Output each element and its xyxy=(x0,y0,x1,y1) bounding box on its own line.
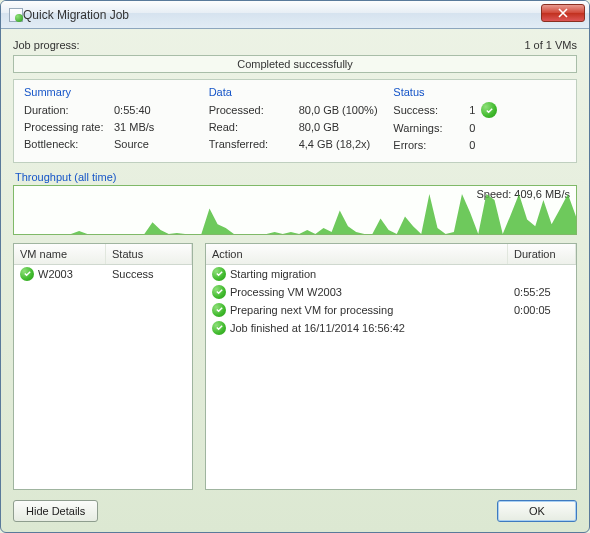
data-panel: Data Processed:80,0 GB (100%) Read:80,0 … xyxy=(209,86,382,154)
data-title: Data xyxy=(209,86,382,98)
processed-value: 80,0 GB (100%) xyxy=(299,102,382,119)
transferred-label: Transferred: xyxy=(209,136,299,153)
vm-status-cell: Success xyxy=(106,266,192,282)
lists-row: VM name Status W2003Success Action Durat… xyxy=(13,243,577,491)
vm-list[interactable]: VM name Status W2003Success xyxy=(13,243,193,491)
throughput-title: Throughput (all time) xyxy=(15,171,577,183)
throughput-sparkline xyxy=(14,194,576,234)
status-panel: Status Success: 1 Warnings: 0 Errors: 0 xyxy=(393,86,566,154)
progress-line: Job progress: 1 of 1 VMs xyxy=(13,39,577,51)
throughput-chart: Speed: 409,6 MB/s xyxy=(13,185,577,235)
summary-panel: Summary Duration:0:55:40 Processing rate… xyxy=(24,86,197,154)
action-cell: Job finished at 16/11/2014 16:56:42 xyxy=(206,319,508,337)
window-title: Quick Migration Job xyxy=(23,8,541,22)
warnings-value: 0 xyxy=(453,120,481,137)
close-icon xyxy=(558,8,568,18)
success-check-icon xyxy=(212,303,226,317)
app-icon xyxy=(9,8,23,22)
table-row[interactable]: Preparing next VM for processing0:00:05 xyxy=(206,301,576,319)
action-cell: Preparing next VM for processing xyxy=(206,301,508,319)
table-row[interactable]: Processing VM W20030:55:25 xyxy=(206,283,576,301)
errors-label: Errors: xyxy=(393,137,453,154)
action-cell: Starting migration xyxy=(206,265,508,283)
footer: Hide Details OK xyxy=(13,490,577,522)
table-row[interactable]: Job finished at 16/11/2014 16:56:42 xyxy=(206,319,576,337)
success-check-icon xyxy=(212,321,226,335)
bottleneck-value: Source xyxy=(114,136,197,153)
success-check-icon xyxy=(212,285,226,299)
errors-value: 0 xyxy=(453,137,481,154)
processed-label: Processed: xyxy=(209,102,299,119)
duration-cell xyxy=(508,326,576,330)
action-col-duration[interactable]: Duration xyxy=(508,244,576,264)
read-value: 80,0 GB xyxy=(299,119,382,136)
bottleneck-label: Bottleneck: xyxy=(24,136,114,153)
success-check-icon xyxy=(20,267,34,281)
progress-label: Job progress: xyxy=(13,39,80,51)
vm-name-cell: W2003 xyxy=(14,265,106,283)
titlebar[interactable]: Quick Migration Job xyxy=(1,1,589,29)
success-value: 1 xyxy=(453,102,481,119)
success-label: Success: xyxy=(393,102,453,119)
summary-title: Summary xyxy=(24,86,197,98)
duration-cell xyxy=(508,272,576,276)
table-row[interactable]: Starting migration xyxy=(206,265,576,283)
ok-button[interactable]: OK xyxy=(497,500,577,522)
close-button[interactable] xyxy=(541,4,585,22)
duration-value: 0:55:40 xyxy=(114,102,197,119)
dialog-window: Quick Migration Job Job progress: 1 of 1… xyxy=(0,0,590,533)
success-check-icon xyxy=(481,102,497,118)
table-row[interactable]: W2003Success xyxy=(14,265,192,283)
hide-details-button[interactable]: Hide Details xyxy=(13,500,98,522)
vm-list-body[interactable]: W2003Success xyxy=(14,265,192,490)
vm-col-name[interactable]: VM name xyxy=(14,244,106,264)
duration-cell: 0:00:05 xyxy=(508,302,576,318)
progress-count: 1 of 1 VMs xyxy=(524,39,577,51)
rate-label: Processing rate: xyxy=(24,119,114,136)
action-col-action[interactable]: Action xyxy=(206,244,508,264)
success-check-icon xyxy=(212,267,226,281)
client-area: Job progress: 1 of 1 VMs Completed succe… xyxy=(1,29,589,532)
warnings-label: Warnings: xyxy=(393,120,453,137)
rate-value: 31 MB/s xyxy=(114,119,197,136)
action-list-header: Action Duration xyxy=(206,244,576,265)
status-title: Status xyxy=(393,86,566,98)
transferred-value: 4,4 GB (18,2x) xyxy=(299,136,382,153)
action-cell: Processing VM W2003 xyxy=(206,283,508,301)
completion-status: Completed successfully xyxy=(13,55,577,73)
vm-col-status[interactable]: Status xyxy=(106,244,192,264)
action-list[interactable]: Action Duration Starting migrationProces… xyxy=(205,243,577,491)
vm-list-header: VM name Status xyxy=(14,244,192,265)
read-label: Read: xyxy=(209,119,299,136)
action-list-body[interactable]: Starting migrationProcessing VM W20030:5… xyxy=(206,265,576,490)
info-panels: Summary Duration:0:55:40 Processing rate… xyxy=(13,79,577,163)
duration-cell: 0:55:25 xyxy=(508,284,576,300)
duration-label: Duration: xyxy=(24,102,114,119)
